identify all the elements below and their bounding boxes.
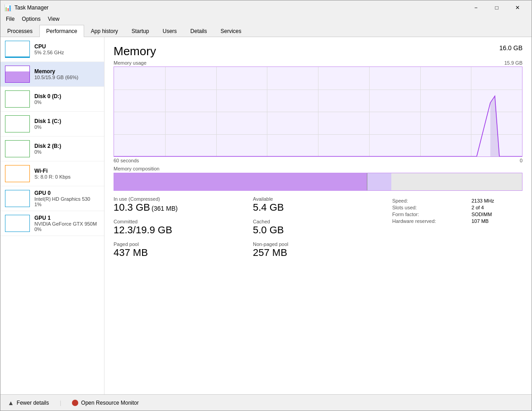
tab-services[interactable]: Services (214, 25, 248, 37)
wifi-stats: S: 8.0 R: 0 Kbps (34, 174, 71, 180)
chart-time-right: 0 (520, 158, 522, 163)
in-use-value-row: 10.3 GB (361 MB) (114, 202, 244, 213)
sidebar-item-cpu[interactable]: CPU 5% 2.56 GHz (0, 37, 104, 62)
chart-label: Memory usage (114, 60, 147, 66)
committed-label: Committed (114, 219, 244, 224)
sidebar-item-gpu0[interactable]: GPU 0 Intel(R) HD Graphics 530 1% (0, 186, 104, 211)
menu-file[interactable]: File (2, 15, 18, 25)
memory-label: Memory (34, 68, 78, 75)
gpu0-info: GPU 0 Intel(R) HD Graphics 530 1% (34, 190, 90, 207)
gpu1-info: GPU 1 NVIDIA GeForce GTX 950M 0% (34, 215, 97, 232)
gpu0-subname: Intel(R) HD Graphics 530 (34, 196, 90, 202)
maximize-button[interactable]: □ (486, 3, 507, 13)
stat-paged-pool: Paged pool 437 MB (114, 241, 244, 259)
cached-label: Cached (253, 219, 383, 224)
hw-label: Hardware reserved: (392, 218, 464, 224)
fewer-details-icon: ▲ (8, 399, 14, 406)
gpu1-pct: 0% (34, 227, 97, 232)
tab-processes[interactable]: Processes (0, 25, 39, 37)
disk1-thumbnail (5, 115, 30, 132)
resource-monitor-icon (72, 400, 78, 406)
tab-details[interactable]: Details (184, 25, 214, 37)
non-paged-pool-value: 257 MB (253, 247, 383, 259)
composition-label: Memory composition (114, 166, 522, 171)
slots-value: 2 of 4 (471, 205, 522, 210)
stat-committed: Committed 12.3/19.9 GB (114, 219, 244, 236)
task-manager-window: 📊 Task Manager − □ ✕ File Options View P… (0, 0, 532, 411)
wifi-info: Wi-Fi S: 8.0 R: 0 Kbps (34, 168, 71, 180)
close-button[interactable]: ✕ (507, 3, 528, 13)
stat-in-use: In use (Compressed) 10.3 GB (361 MB) (114, 196, 244, 213)
gpu0-label: GPU 0 (34, 190, 90, 196)
tab-performance[interactable]: Performance (39, 25, 84, 37)
gpu0-thumbnail (5, 190, 30, 207)
title-bar-controls: − □ ✕ (466, 3, 528, 13)
tab-users[interactable]: Users (156, 25, 183, 37)
cpu-stats: 5% 2.56 GHz (34, 50, 64, 55)
memory-chart-svg (114, 67, 522, 156)
form-label: Form factor: (392, 212, 464, 217)
stat-cached: Cached 5.0 GB (253, 219, 383, 236)
disk1-label: Disk 1 (C:) (34, 118, 61, 124)
in-use-value: 10.3 GB (114, 202, 150, 213)
window-title: Task Manager (14, 5, 48, 11)
menu-options[interactable]: Options (18, 15, 44, 25)
stats-col-mid: Available 5.4 GB Cached 5.0 GB Non-paged… (244, 196, 383, 264)
sidebar-item-disk1[interactable]: Disk 1 (C:) 0% (0, 112, 104, 137)
form-value: SODIMM (471, 212, 522, 217)
tab-startup[interactable]: Startup (125, 25, 156, 37)
wifi-thumbnail (5, 165, 30, 182)
fewer-details-label: Fewer details (17, 400, 49, 406)
disk0-label: Disk 0 (D:) (34, 93, 61, 99)
available-value: 5.4 GB (253, 202, 383, 213)
cpu-thumbnail (5, 41, 30, 58)
open-resource-monitor-button[interactable]: Open Resource Monitor (70, 399, 140, 407)
paged-pool-label: Paged pool (114, 241, 244, 247)
detail-total: 16.0 GB (499, 44, 522, 52)
memory-composition-section: Memory composition (114, 166, 522, 191)
disk0-stats: 0% (34, 99, 61, 105)
cpu-label: CPU (34, 43, 64, 50)
menu-bar: File Options View (0, 15, 532, 25)
hw-value: 107 MB (471, 218, 522, 224)
sidebar: CPU 5% 2.56 GHz Memory 10.5/15.9 GB (66%… (0, 37, 104, 394)
sidebar-item-wifi[interactable]: Wi-Fi S: 8.0 R: 0 Kbps (0, 161, 104, 186)
footer-divider: | (60, 400, 61, 406)
stats-col-right: Speed: 2133 MHz Slots used: 2 of 4 Form … (383, 196, 522, 264)
comp-cached (367, 173, 391, 190)
memory-chart (114, 66, 522, 157)
gpu0-pct: 1% (34, 202, 90, 207)
tab-app-history[interactable]: App history (84, 25, 125, 37)
cached-value: 5.0 GB (253, 224, 383, 236)
comp-used (114, 173, 367, 190)
footer: ▲ Fewer details | Open Resource Monitor (0, 394, 532, 411)
slots-label: Slots used: (392, 205, 464, 210)
minimize-button[interactable]: − (466, 3, 486, 13)
detail-title: Memory (114, 44, 156, 58)
sidebar-item-disk0[interactable]: Disk 0 (D:) 0% (0, 87, 104, 112)
title-bar: 📊 Task Manager − □ ✕ (0, 0, 532, 15)
title-bar-left: 📊 Task Manager (4, 4, 48, 11)
fewer-details-button[interactable]: ▲ Fewer details (6, 398, 51, 407)
disk2-thumbnail (5, 140, 30, 157)
sidebar-item-disk2[interactable]: Disk 2 (B:) 0% (0, 137, 104, 161)
chart-label-row: Memory usage 15.9 GB (114, 60, 522, 66)
app-icon: 📊 (4, 4, 12, 11)
memory-stats: 10.5/15.9 GB (66%) (34, 75, 78, 80)
detail-header: Memory 16.0 GB (114, 44, 522, 58)
disk1-stats: 0% (34, 124, 61, 130)
info-grid: Speed: 2133 MHz Slots used: 2 of 4 Form … (392, 198, 522, 224)
chart-max-label: 15.9 GB (504, 60, 522, 66)
disk1-info: Disk 1 (C:) 0% (34, 118, 61, 130)
gpu1-subname: NVIDIA GeForce GTX 950M (34, 221, 97, 227)
disk2-label: Disk 2 (B:) (34, 143, 61, 149)
gpu1-label: GPU 1 (34, 215, 97, 221)
chart-time-left: 60 seconds (114, 158, 139, 163)
stats-section: In use (Compressed) 10.3 GB (361 MB) Com… (114, 196, 522, 264)
committed-value: 12.3/19.9 GB (114, 224, 244, 236)
sidebar-item-gpu1[interactable]: GPU 1 NVIDIA GeForce GTX 950M 0% (0, 211, 104, 236)
sidebar-item-memory[interactable]: Memory 10.5/15.9 GB (66%) (0, 62, 104, 87)
menu-view[interactable]: View (44, 15, 63, 25)
speed-label: Speed: (392, 198, 464, 203)
memory-thumbnail (5, 66, 30, 83)
